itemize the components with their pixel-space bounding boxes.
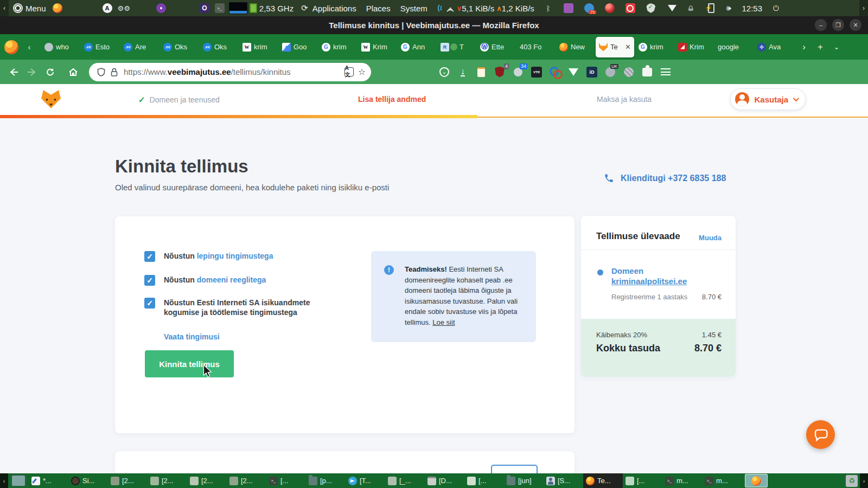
browser-tab[interactable]: Ann ✕ bbox=[398, 37, 436, 57]
tor-browser-icon[interactable]: O bbox=[200, 3, 209, 13]
terminal-applet-icon[interactable]: >_ bbox=[215, 3, 225, 13]
bookmark-star-icon[interactable]: ☆ bbox=[358, 67, 366, 77]
browser-tab[interactable]: krim ✕ bbox=[635, 37, 674, 57]
places-menu[interactable]: Places bbox=[366, 4, 391, 13]
rings-extension-icon[interactable] bbox=[550, 67, 560, 78]
pocket-icon[interactable]: ⌄ bbox=[439, 67, 450, 78]
taskbar-window-button[interactable]: [2... bbox=[148, 473, 187, 488]
browser-tab[interactable]: 403 Fo ✕ bbox=[516, 37, 555, 57]
browser-tab[interactable]: New ✕ bbox=[556, 37, 595, 57]
taskbar-scroll-left-icon[interactable]: ‹ bbox=[0, 473, 8, 488]
taskbar-window-button[interactable]: [jun] bbox=[504, 473, 544, 488]
taskbar-window-button[interactable]: [... bbox=[623, 473, 662, 488]
step-pay[interactable]: Maksa ja kasuta bbox=[597, 95, 652, 104]
domain-rules-link[interactable]: domeeni reeglitega bbox=[197, 275, 266, 284]
panel-scroll-left-icon[interactable]: ‹ bbox=[0, 0, 9, 16]
browser-tab[interactable]: krim ✕ bbox=[318, 37, 357, 57]
chat-widget-button[interactable] bbox=[806, 420, 835, 449]
domain-link[interactable]: Domeenkriminaalpolitsei.ee bbox=[611, 266, 687, 286]
taskbar-window-button[interactable]: [S... bbox=[544, 473, 583, 488]
step-domain[interactable]: ✓ Domeen ja teenused bbox=[138, 95, 220, 105]
clock[interactable]: 12:53 bbox=[742, 4, 762, 13]
firefox-dock-launcher[interactable] bbox=[745, 474, 768, 487]
url-bar[interactable]: https://www.veebimajutus.ee/tellimus/kin… bbox=[89, 63, 371, 81]
list-tabs-icon[interactable]: ⌄ bbox=[828, 43, 845, 51]
battery-icon[interactable] bbox=[708, 3, 714, 13]
taskbar-window-button[interactable]: [... bbox=[266, 473, 306, 488]
browser-tab[interactable]: who ✕ bbox=[41, 37, 80, 57]
applications-menu[interactable]: Applications bbox=[312, 4, 356, 13]
taskbar-window-button[interactable]: [2... bbox=[187, 473, 227, 488]
taskbar-window-button[interactable]: Si... bbox=[68, 473, 108, 488]
taskbar-window-button[interactable]: [_... bbox=[385, 473, 425, 488]
translate-page-icon[interactable]: A文 bbox=[344, 67, 354, 76]
browser-tab[interactable]: Oks ✕ bbox=[160, 37, 199, 57]
monitor-badge-icon[interactable] bbox=[584, 3, 594, 13]
taskbar-window-button[interactable]: [D... bbox=[425, 473, 464, 488]
recording-indicator-icon[interactable] bbox=[605, 3, 615, 13]
audio-mixer-icon[interactable] bbox=[564, 3, 573, 13]
agree-privacy-checkbox[interactable]: ✓ bbox=[144, 298, 155, 309]
minimize-button[interactable]: – bbox=[815, 19, 827, 31]
uk-globe-extension-icon[interactable]: UK bbox=[605, 67, 616, 78]
user-menu-button[interactable]: Kasutaja bbox=[730, 88, 806, 110]
refresh-applet-icon[interactable]: ⟳ bbox=[301, 3, 308, 13]
taskbar-window-button[interactable]: *... bbox=[29, 473, 68, 488]
taskbar-window-button[interactable]: [... bbox=[464, 473, 504, 488]
support-phone-link[interactable]: Klienditugi +372 6835 188 bbox=[604, 173, 726, 183]
settings-gears-icon[interactable]: ⚙⚙ bbox=[118, 4, 130, 12]
browser-tab[interactable]: Oks ✕ bbox=[200, 37, 238, 57]
taskbar-scroll-right-icon[interactable]: › bbox=[860, 473, 868, 488]
network-signal-icon[interactable] bbox=[436, 3, 455, 13]
focused-element-outline[interactable] bbox=[491, 465, 538, 473]
edit-order-link[interactable]: Muuda bbox=[699, 234, 722, 242]
darkreader-icon[interactable] bbox=[568, 67, 579, 78]
browser-tab[interactable]: Ava ✕ bbox=[754, 37, 793, 57]
system-menu[interactable]: System bbox=[400, 4, 427, 13]
browser-tab[interactable]: Esto ✕ bbox=[81, 37, 119, 57]
browser-tab[interactable]: Krim ✕ bbox=[675, 37, 713, 57]
forward-button[interactable] bbox=[23, 63, 41, 81]
browser-tab[interactable]: Krim ✕ bbox=[358, 37, 397, 57]
bluetooth-icon[interactable]: ᛒ bbox=[546, 4, 551, 12]
ublock-icon[interactable]: 4 bbox=[494, 67, 505, 78]
taskbar-window-button[interactable]: [T... bbox=[346, 473, 385, 488]
lock-icon[interactable] bbox=[111, 68, 118, 76]
search-tool-icon[interactable]: A bbox=[103, 3, 112, 13]
devtools-extension-icon[interactable]: 34 bbox=[513, 67, 524, 78]
contract-terms-link[interactable]: lepingu tingimustega bbox=[197, 252, 273, 260]
taskbar-window-button[interactable]: m... bbox=[702, 473, 742, 488]
reload-button[interactable] bbox=[41, 63, 60, 81]
view-terms-link[interactable]: Vaata tingimusi bbox=[164, 332, 220, 341]
main-menu[interactable]: Menu bbox=[13, 3, 46, 13]
blocked-status-icon[interactable] bbox=[626, 3, 635, 13]
close-button[interactable]: ✕ bbox=[850, 19, 861, 31]
agree-domain-checkbox[interactable]: ✓ bbox=[144, 275, 155, 286]
cpu-graph-applet[interactable] bbox=[229, 2, 247, 14]
app-menu-icon[interactable] bbox=[660, 67, 671, 78]
notifications-tray-icon[interactable] bbox=[668, 5, 676, 11]
taskbar-window-button[interactable]: Te... bbox=[583, 473, 623, 488]
trash-applet-icon[interactable]: ♻ bbox=[846, 475, 858, 487]
veebimajutus-fox-logo[interactable] bbox=[40, 88, 62, 110]
browser-tab[interactable]: Te ✕ bbox=[596, 37, 634, 57]
tab-close-icon[interactable]: ✕ bbox=[625, 43, 631, 51]
vtr-extension-icon[interactable]: VTR bbox=[531, 67, 542, 78]
panel-scroll-right-icon[interactable]: › bbox=[859, 0, 868, 16]
volume-icon[interactable]: 🕪 bbox=[726, 4, 731, 13]
firefox-launcher-icon[interactable] bbox=[53, 3, 62, 13]
step-billing[interactable]: Lisa tellija andmed bbox=[358, 95, 426, 104]
sphere-extension-icon[interactable] bbox=[623, 67, 634, 78]
home-button[interactable] bbox=[64, 63, 82, 81]
power-icon[interactable]: ⏻ bbox=[773, 4, 779, 13]
id-extension-icon[interactable]: iD bbox=[586, 67, 597, 78]
taskbar-window-button[interactable]: [2... bbox=[108, 473, 148, 488]
restore-button[interactable]: ❐ bbox=[832, 19, 844, 31]
purple-app-icon[interactable] bbox=[156, 3, 166, 13]
taskbar-window-button[interactable]: [2... bbox=[227, 473, 266, 488]
extensions-puzzle-icon[interactable] bbox=[642, 67, 653, 78]
notes-extension-icon[interactable] bbox=[476, 67, 487, 78]
security-shield-icon[interactable] bbox=[646, 3, 656, 13]
confirm-order-button[interactable]: Kinnita tellimus bbox=[145, 350, 234, 377]
browser-tab[interactable]: Goo ✕ bbox=[279, 37, 317, 57]
